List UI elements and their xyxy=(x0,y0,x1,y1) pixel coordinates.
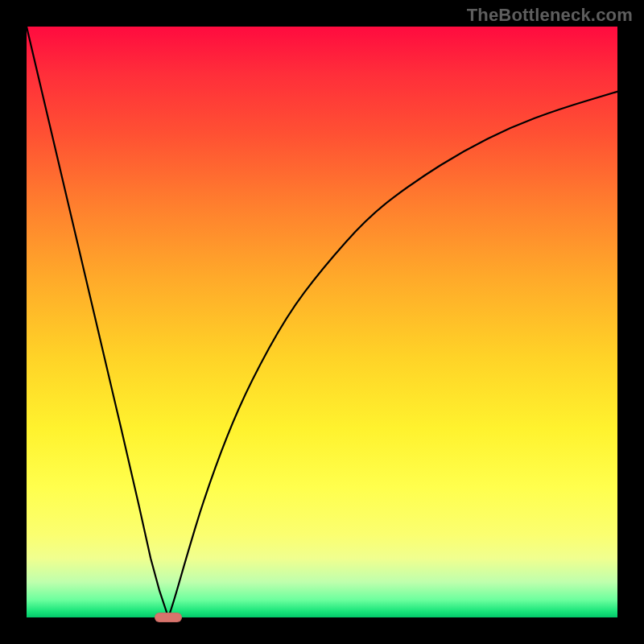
bottleneck-curve-left xyxy=(27,27,168,617)
bottleneck-curve-right xyxy=(168,92,617,617)
minimum-marker xyxy=(155,613,182,622)
plot-area xyxy=(27,27,617,617)
watermark-text: TheBottleneck.com xyxy=(467,5,633,26)
chart-frame: TheBottleneck.com xyxy=(0,0,644,644)
curve-layer xyxy=(27,27,617,617)
